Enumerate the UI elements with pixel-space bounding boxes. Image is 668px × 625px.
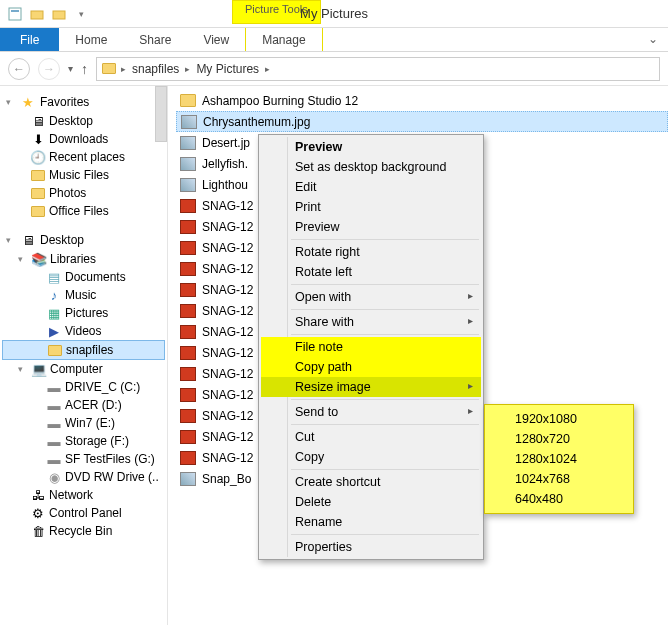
nav-item-label: Documents: [65, 270, 126, 284]
resize-option[interactable]: 1024x768: [487, 469, 631, 489]
collapse-icon[interactable]: ▾: [6, 235, 16, 245]
resize-option[interactable]: 1280x720: [487, 429, 631, 449]
nav-label: Desktop: [40, 233, 84, 247]
nav-item-drive[interactable]: ▬DRIVE_C (C:): [2, 378, 165, 396]
file-row-folder[interactable]: Ashampoo Burning Studio 12: [176, 90, 668, 111]
folder-icon: [30, 185, 46, 201]
chevron-right-icon[interactable]: ▸: [121, 64, 126, 74]
menu-separator: [291, 469, 479, 470]
back-button[interactable]: ←: [8, 58, 30, 80]
music-icon: ♪: [46, 287, 62, 303]
computer-icon: 💻: [31, 361, 47, 377]
ctx-rename[interactable]: Rename: [261, 512, 481, 532]
ctx-create-shortcut[interactable]: Create shortcut: [261, 472, 481, 492]
ctx-preview2[interactable]: Preview: [261, 217, 481, 237]
ribbon-expand-icon[interactable]: ⌄: [638, 28, 668, 51]
breadcrumb-seg[interactable]: My Pictures: [194, 62, 261, 76]
nav-item-drive[interactable]: ▬SF TestFiles (G:): [2, 450, 165, 468]
ctx-edit[interactable]: Edit: [261, 177, 481, 197]
nav-item-label: snapfiles: [66, 343, 113, 357]
file-name: SNAG-12: [202, 325, 253, 339]
ctx-copy-path[interactable]: Copy path: [261, 357, 481, 377]
ctx-rotate-right[interactable]: Rotate right: [261, 242, 481, 262]
ctx-delete[interactable]: Delete: [261, 492, 481, 512]
chevron-right-icon[interactable]: ▸: [265, 64, 270, 74]
nav-item-label: Recycle Bin: [49, 524, 112, 538]
qat-dropdown-icon[interactable]: ▾: [72, 5, 90, 23]
resize-option[interactable]: 1920x1080: [487, 409, 631, 429]
ctx-open-with[interactable]: Open with: [261, 287, 481, 307]
menu-separator: [291, 399, 479, 400]
file-name: Jellyfish.: [202, 157, 248, 171]
tab-home[interactable]: Home: [59, 28, 123, 51]
nav-item-downloads[interactable]: ⬇Downloads: [2, 130, 165, 148]
chevron-right-icon[interactable]: ▸: [185, 64, 190, 74]
file-row[interactable]: Chrysanthemum.jpg: [176, 111, 668, 132]
new-folder-icon[interactable]: [28, 5, 46, 23]
resize-option[interactable]: 640x480: [487, 489, 631, 509]
ctx-properties[interactable]: Properties: [261, 537, 481, 557]
network-icon: 🖧: [30, 487, 46, 503]
resize-option[interactable]: 1280x1024: [487, 449, 631, 469]
nav-item-label: SF TestFiles (G:): [65, 452, 155, 466]
breadcrumb-seg[interactable]: snapfiles: [130, 62, 181, 76]
nav-item-music[interactable]: Music Files: [2, 166, 165, 184]
tab-file[interactable]: File: [0, 28, 59, 51]
nav-item-drive[interactable]: ▬Win7 (E:): [2, 414, 165, 432]
nav-favorites[interactable]: ▾ ★ Favorites: [2, 92, 165, 112]
ctx-send-to[interactable]: Send to: [261, 402, 481, 422]
image-thumbnail-icon: [180, 199, 196, 213]
file-name: SNAG-12: [202, 346, 253, 360]
nav-item-label: DVD RW Drive (..: [65, 470, 159, 484]
tab-share[interactable]: Share: [123, 28, 187, 51]
nav-libraries[interactable]: ▾ 📚 Libraries: [2, 250, 165, 268]
nav-item-pictures[interactable]: ▦Pictures: [2, 304, 165, 322]
nav-item-controlpanel[interactable]: ⚙Control Panel: [2, 504, 165, 522]
menu-separator: [291, 309, 479, 310]
nav-item-snapfiles[interactable]: snapfiles: [2, 340, 165, 360]
image-thumbnail-icon: [180, 157, 196, 171]
tab-manage[interactable]: Manage: [245, 28, 322, 51]
nav-item-photos[interactable]: Photos: [2, 184, 165, 202]
nav-item-office[interactable]: Office Files: [2, 202, 165, 220]
navigation-pane: ▾ ★ Favorites 🖥Desktop ⬇Downloads 🕘Recen…: [0, 86, 168, 625]
nav-item-label: Storage (F:): [65, 434, 129, 448]
tab-view[interactable]: View: [187, 28, 245, 51]
forward-button[interactable]: →: [38, 58, 60, 80]
nav-item-recent[interactable]: 🕘Recent places: [2, 148, 165, 166]
nav-item-music-lib[interactable]: ♪Music: [2, 286, 165, 304]
recent-locations-dropdown-icon[interactable]: ▾: [68, 63, 73, 74]
collapse-icon[interactable]: ▾: [6, 97, 16, 107]
nav-item-drive[interactable]: ▬ACER (D:): [2, 396, 165, 414]
scrollbar-thumb[interactable]: [155, 86, 167, 142]
ctx-resize-image[interactable]: Resize image: [261, 377, 481, 397]
nav-item-network[interactable]: 🖧Network: [2, 486, 165, 504]
ctx-copy[interactable]: Copy: [261, 447, 481, 467]
ctx-preview[interactable]: Preview: [261, 137, 481, 157]
image-thumbnail-icon: [180, 409, 196, 423]
nav-item-dvd[interactable]: ◉DVD RW Drive (..: [2, 468, 165, 486]
nav-item-desktop[interactable]: 🖥Desktop: [2, 112, 165, 130]
address-bar[interactable]: ▸ snapfiles ▸ My Pictures ▸: [96, 57, 660, 81]
nav-computer[interactable]: ▾ 💻 Computer: [2, 360, 165, 378]
collapse-icon[interactable]: ▾: [18, 364, 28, 374]
nav-desktop-group[interactable]: ▾ 🖥 Desktop: [2, 230, 165, 250]
navigation-row: ← → ▾ ↑ ▸ snapfiles ▸ My Pictures ▸: [0, 52, 668, 86]
svg-rect-2: [31, 11, 43, 19]
file-name: SNAG-12: [202, 451, 253, 465]
ctx-file-note[interactable]: File note: [261, 337, 481, 357]
properties-icon[interactable]: [6, 5, 24, 23]
nav-item-recyclebin[interactable]: 🗑Recycle Bin: [2, 522, 165, 540]
ctx-print[interactable]: Print: [261, 197, 481, 217]
nav-item-label: Videos: [65, 324, 101, 338]
ctx-set-desktop-background[interactable]: Set as desktop background: [261, 157, 481, 177]
ctx-rotate-left[interactable]: Rotate left: [261, 262, 481, 282]
nav-item-videos[interactable]: ▶Videos: [2, 322, 165, 340]
up-button[interactable]: ↑: [81, 61, 88, 77]
collapse-icon[interactable]: ▾: [18, 254, 28, 264]
ctx-cut[interactable]: Cut: [261, 427, 481, 447]
nav-item-documents[interactable]: ▤Documents: [2, 268, 165, 286]
ctx-share-with[interactable]: Share with: [261, 312, 481, 332]
folder-up-icon[interactable]: [50, 5, 68, 23]
nav-item-drive[interactable]: ▬Storage (F:): [2, 432, 165, 450]
